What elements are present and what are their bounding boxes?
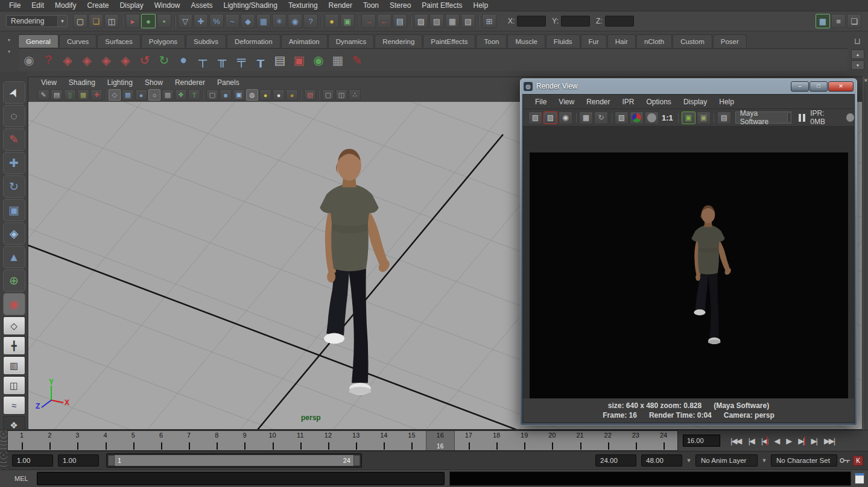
drag-handle[interactable] (0, 451, 7, 470)
window-titlebar[interactable]: ◍ Render View – □ ✕ (520, 78, 857, 94)
menu-item[interactable]: Assets (185, 1, 218, 10)
lock-selection-button[interactable]: ● (325, 14, 339, 28)
close-button[interactable]: ✕ (828, 81, 854, 92)
frame-cell[interactable]: 20 (538, 431, 566, 450)
play-forward-button[interactable]: ▶ (784, 435, 793, 447)
panel-menu-item[interactable]: Panels (212, 78, 245, 87)
scale-tool[interactable]: ▣ (3, 199, 25, 221)
range-slider-bar[interactable]: 1 24 (108, 455, 360, 466)
shelf-tab[interactable]: Subdivs (186, 34, 226, 48)
snap-plane-button[interactable]: ▦ (256, 14, 271, 28)
panel-menu-item[interactable]: Shading (63, 78, 101, 87)
group-objects-icon[interactable]: ▣ (290, 51, 309, 70)
frame-cube-icon[interactable]: ◫ (335, 89, 347, 101)
menu-item[interactable]: Stereo (384, 1, 416, 10)
menu-item[interactable]: Create (81, 1, 114, 10)
lasso-tool[interactable]: ◌ (3, 105, 25, 127)
four-pane-layout-button[interactable]: ╋ (3, 336, 25, 355)
snap-curve-button[interactable]: ~ (225, 14, 239, 28)
frame-cell[interactable]: 23 (622, 431, 650, 450)
shelf-tab[interactable]: Fluids (546, 34, 580, 48)
shelf-tab[interactable]: Toon (476, 34, 507, 48)
no-lights-icon[interactable]: ● (286, 89, 298, 101)
combine-objects-icon[interactable]: ▦ (328, 51, 347, 70)
scroll-down-icon[interactable]: ▼ (851, 60, 864, 70)
select-object-mode-button[interactable]: ● (141, 14, 156, 28)
frame-cell[interactable]: 16 16 (426, 431, 455, 450)
range-start-handle[interactable] (108, 455, 115, 466)
shelf-tab[interactable]: Animation (281, 34, 328, 48)
frame-cell[interactable]: 1 (8, 431, 36, 450)
remove-image-button[interactable]: ▣ (697, 112, 711, 124)
pan-zoom-icon[interactable]: ✚ (90, 89, 103, 101)
select-tool[interactable]: ➤ (3, 81, 25, 104)
go-to-start-button[interactable]: |◀◀ (729, 435, 743, 447)
range-slider-track[interactable]: 1 24 (106, 453, 362, 468)
drag-handle[interactable] (0, 430, 7, 451)
help-question-icon[interactable]: ? (39, 51, 58, 70)
step-forward-frame-button[interactable]: ▶| (809, 435, 819, 447)
xray-joints-icon[interactable]: ■ (220, 89, 232, 101)
multisample-icon[interactable]: ❖ (175, 89, 187, 101)
keep-image-button[interactable]: ▣ (682, 112, 695, 124)
camera-attributes-icon[interactable]: ▤ (51, 89, 63, 101)
playback-start-field[interactable]: 1.00 (58, 454, 99, 467)
input-line-menu-button[interactable]: ⊞ (482, 14, 496, 28)
tool-settings-toggle[interactable]: ≡ (831, 14, 846, 28)
z-input[interactable] (605, 16, 634, 27)
animation-start-field[interactable]: 1.00 (12, 454, 53, 467)
snap-rotate-button[interactable]: % (209, 14, 224, 28)
frame-cell[interactable]: 14 (370, 431, 398, 450)
xray-icon[interactable]: ▢ (206, 89, 218, 101)
select-hierarchy-mode-button[interactable]: ▸ (125, 14, 140, 28)
render-view-menu-item[interactable]: Help (713, 98, 740, 106)
shelf-tab[interactable]: Rendering (375, 34, 422, 48)
ipr-render-button[interactable]: ▦ (445, 14, 460, 28)
shelf-tab[interactable]: Polygons (141, 34, 185, 48)
isolate-select-icon[interactable]: ▧ (304, 89, 316, 101)
script-editor-icon[interactable] (855, 473, 864, 484)
set-key-icon[interactable] (837, 457, 853, 464)
step-back-frame-button[interactable]: |◀ (746, 435, 755, 447)
mel-input[interactable] (37, 472, 445, 485)
use-default-material-icon[interactable]: ○ (148, 89, 160, 101)
menu-item[interactable]: Texturing (283, 1, 323, 10)
step-back-key-button[interactable]: |◀ (759, 435, 768, 447)
render-view-menu-item[interactable]: Display (677, 98, 713, 106)
new-scene-button[interactable]: ▢ (73, 14, 87, 28)
joint-pair-icon[interactable]: ╤ (232, 51, 251, 70)
shelf-tab[interactable]: Fur (581, 34, 607, 48)
frame-cell[interactable]: 19 (510, 431, 538, 450)
frame-cell[interactable]: 11 (287, 431, 314, 450)
channel-box-toggle[interactable]: ▦ (816, 14, 830, 28)
panel-menu-item[interactable]: Renderer (169, 78, 211, 87)
menu-item[interactable]: File (4, 1, 26, 10)
menu-item[interactable]: Edit (26, 1, 49, 10)
chevron-down-icon[interactable]: ▼ (758, 457, 771, 463)
paint-effects-icon[interactable]: ✎ (347, 51, 367, 70)
redo-view-icon[interactable]: ↻ (154, 51, 174, 70)
highlight-selection-button[interactable]: ▣ (340, 14, 355, 28)
share-nodes-icon[interactable]: ∴ (349, 89, 361, 101)
rendered-image[interactable] (530, 152, 848, 398)
snap-menu-button[interactable]: ▽ (178, 14, 192, 28)
universal-manipulator-tool[interactable]: ◈ (3, 222, 25, 245)
menu-item[interactable]: Help (468, 1, 494, 10)
frame-cell[interactable]: 2 (36, 431, 63, 450)
shelf-menu-icon[interactable]: ▾ (8, 49, 10, 54)
scroll-up-icon[interactable]: ▲ (851, 49, 864, 59)
shadows-icon[interactable]: ▩ (162, 89, 174, 101)
show-manipulator-tool[interactable]: ⊕ (3, 269, 25, 292)
delete-object-icon[interactable]: ● (174, 51, 193, 70)
frame-cell[interactable]: 3 (63, 431, 91, 450)
rotate-tool[interactable]: ↻ (3, 175, 25, 198)
render-current-frame-button[interactable]: ▨ (429, 14, 444, 28)
character-set-selector[interactable]: No Character Set (771, 454, 837, 467)
default-light-icon[interactable]: ● (259, 89, 271, 101)
menu-item[interactable]: Window (149, 1, 186, 10)
render-settings-button[interactable]: ▧ (461, 14, 475, 28)
input-connections-button[interactable]: → (361, 14, 376, 28)
frame-cell[interactable]: 5 (119, 431, 147, 450)
render-view-menu-item[interactable]: View (553, 98, 580, 106)
menu-set-selector[interactable]: Rendering ▼ (6, 15, 68, 27)
